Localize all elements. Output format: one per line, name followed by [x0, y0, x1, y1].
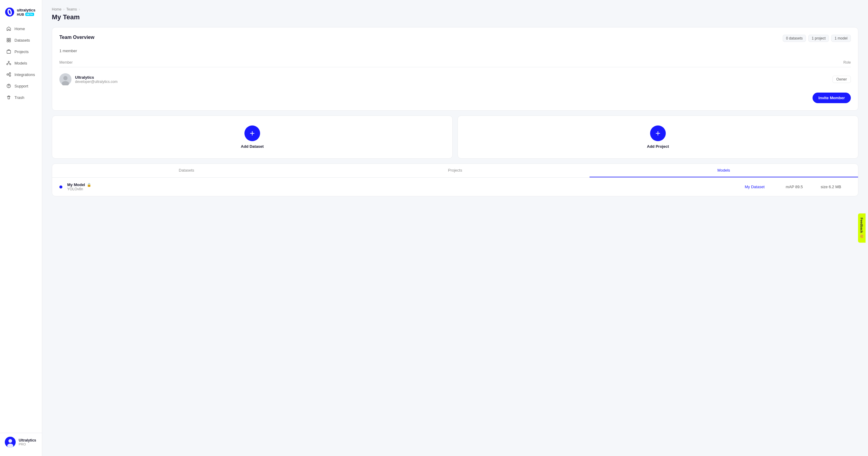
model-status-dot — [59, 186, 62, 189]
sidebar-item-integrations-label: Integrations — [14, 73, 35, 77]
sidebar-item-projects-label: Projects — [14, 50, 29, 54]
role-column-label: Role — [843, 60, 851, 64]
stat-datasets: 0 datasets — [783, 35, 806, 42]
add-cards-row: + Add Dataset + Add Project — [52, 115, 858, 159]
model-name: My Model 🔒 — [67, 182, 740, 187]
svg-rect-7 — [7, 50, 10, 53]
sidebar-item-models-label: Models — [14, 61, 27, 65]
integrations-icon — [6, 72, 11, 77]
model-dataset[interactable]: My Dataset — [745, 184, 781, 189]
svg-point-20 — [63, 76, 67, 80]
home-icon — [6, 26, 11, 31]
tabs-card: Datasets Projects Models My Model 🔒 YOLO… — [52, 164, 858, 196]
svg-point-10 — [10, 64, 11, 65]
sidebar-item-trash-label: Trash — [14, 95, 24, 100]
add-dataset-card[interactable]: + Add Dataset — [52, 115, 453, 159]
tab-datasets[interactable]: Datasets — [52, 164, 321, 177]
logo-text: ultralytics HUB BETA — [17, 8, 35, 16]
sidebar-item-integrations[interactable]: Integrations — [2, 69, 39, 80]
add-project-label: Add Project — [647, 144, 669, 149]
sidebar-item-models[interactable]: Models — [2, 57, 39, 69]
member-count: 1 member — [59, 49, 851, 53]
stat-projects: 1 project — [808, 35, 829, 42]
team-stats: 0 datasets 1 project 1 model — [783, 35, 851, 42]
projects-icon — [6, 49, 11, 54]
breadcrumb-sep-2: › — [79, 7, 80, 11]
footer-user-info: Ultralytics PRO — [19, 438, 36, 446]
sidebar-item-support-label: Support — [14, 84, 28, 88]
sidebar-item-home[interactable]: Home — [2, 23, 39, 34]
ultralytics-logo-icon — [5, 7, 14, 17]
sidebar-nav: Home Datasets Projects — [0, 23, 42, 433]
feedback-label: Feedback — [860, 218, 864, 233]
support-icon — [6, 83, 11, 89]
page-title: My Team — [52, 13, 858, 21]
member-avatar — [59, 73, 71, 85]
sidebar-footer: Ultralytics PRO — [0, 433, 42, 451]
add-dataset-label: Add Dataset — [241, 144, 264, 149]
model-info: My Model 🔒 YOLOv8n — [67, 182, 740, 191]
datasets-icon — [6, 37, 11, 43]
tab-projects[interactable]: Projects — [321, 164, 589, 177]
logo-name: ultralytics — [17, 8, 35, 12]
footer-user-name: Ultralytics — [19, 438, 36, 443]
logo-sub: HUB BETA — [17, 13, 35, 16]
user-avatar — [5, 437, 16, 448]
sidebar-item-datasets[interactable]: Datasets — [2, 34, 39, 46]
tabs-header: Datasets Projects Models — [52, 164, 858, 178]
sidebar-item-home-label: Home — [14, 27, 25, 31]
model-size: size 6.2 MB — [821, 184, 851, 189]
beta-badge: BETA — [25, 13, 34, 16]
models-icon — [6, 60, 11, 66]
model-arch: YOLOv8n — [67, 187, 740, 191]
member-name: Ultralytics — [75, 75, 829, 80]
svg-rect-6 — [9, 40, 10, 42]
svg-rect-3 — [7, 38, 8, 40]
invite-member-button[interactable]: Invite Member — [812, 93, 851, 103]
sidebar-item-support[interactable]: Support — [2, 80, 39, 92]
lock-icon: 🔒 — [87, 183, 91, 187]
member-email: developer@ultralytics.com — [75, 80, 829, 84]
member-role-badge: Owner — [832, 76, 851, 83]
sidebar-item-trash[interactable]: Trash — [2, 92, 39, 103]
team-overview-title: Team Overview — [59, 35, 94, 40]
sidebar-item-projects[interactable]: Projects — [2, 46, 39, 57]
add-project-card[interactable]: + Add Project — [458, 115, 858, 159]
team-overview-top: Team Overview 0 datasets 1 project 1 mod… — [59, 35, 851, 44]
trash-icon — [6, 95, 11, 100]
svg-point-12 — [9, 73, 11, 74]
svg-point-9 — [7, 64, 8, 65]
breadcrumb-sep-1: › — [63, 7, 64, 11]
svg-rect-4 — [9, 38, 10, 40]
stat-models: 1 model — [831, 35, 851, 42]
member-info: Ultralytics developer@ultralytics.com — [75, 75, 829, 84]
member-column-label: Member — [59, 60, 73, 64]
member-list-header: Member Role — [59, 58, 851, 67]
add-project-icon: + — [650, 125, 666, 141]
main-content: Home › Teams › My Team Team Overview 0 d… — [42, 0, 868, 456]
footer-user-role: PRO — [19, 443, 36, 446]
svg-point-11 — [7, 74, 8, 76]
logo-hub: HUB — [17, 13, 24, 16]
add-dataset-icon: + — [244, 125, 260, 141]
svg-point-8 — [8, 61, 9, 62]
model-row: My Model 🔒 YOLOv8n My Dataset mAP 89.5 s… — [52, 178, 858, 196]
svg-point-17 — [8, 439, 12, 443]
feedback-icon: 😊 — [860, 234, 864, 238]
sidebar: ultralytics HUB BETA Home — [0, 0, 42, 456]
logo: ultralytics HUB BETA — [0, 5, 42, 23]
breadcrumb-teams[interactable]: Teams — [66, 7, 77, 11]
member-row: Ultralytics developer@ultralytics.com Ow… — [59, 71, 851, 88]
sidebar-item-datasets-label: Datasets — [14, 38, 30, 42]
breadcrumb-home[interactable]: Home — [52, 7, 61, 11]
feedback-button[interactable]: Feedback 😊 — [858, 213, 866, 243]
model-map: mAP 89.5 — [786, 184, 816, 189]
svg-point-13 — [9, 75, 11, 77]
tab-models[interactable]: Models — [590, 164, 858, 177]
svg-rect-5 — [7, 40, 8, 42]
breadcrumb: Home › Teams › — [52, 7, 858, 11]
team-overview-card: Team Overview 0 datasets 1 project 1 mod… — [52, 27, 858, 111]
